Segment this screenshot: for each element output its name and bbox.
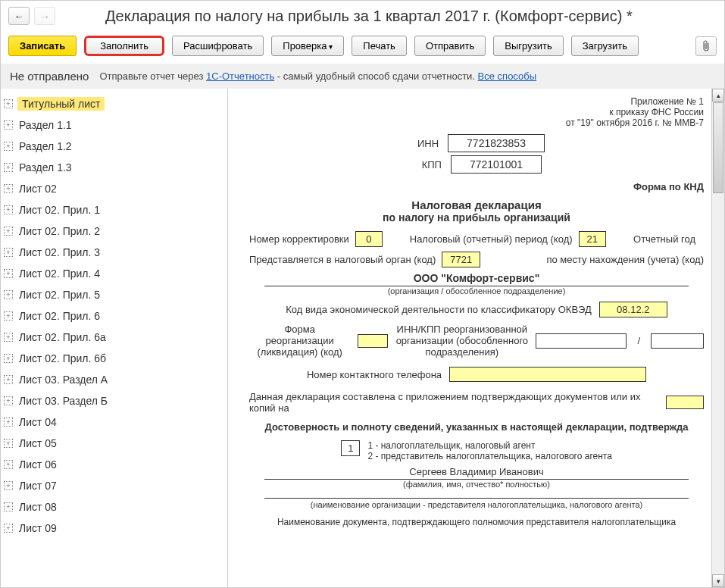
status-label: Не отправлено: [10, 70, 89, 83]
expand-icon[interactable]: +: [4, 524, 13, 533]
tree-item-label: Лист 04: [17, 415, 58, 429]
write-button[interactable]: Записать: [8, 36, 77, 56]
expand-icon[interactable]: +: [4, 184, 13, 193]
app-window: ← → Декларация по налогу на прибыль за 1…: [0, 0, 725, 588]
expand-icon[interactable]: +: [4, 418, 13, 427]
tree-item[interactable]: +Лист 02. Прил. 4: [1, 263, 227, 284]
tree-item-label: Лист 02. Прил. 6б: [17, 352, 108, 365]
inn-row: ИНН 7721823853: [249, 134, 704, 152]
expand-icon[interactable]: +: [4, 460, 13, 469]
tree-item-label: Лист 06: [17, 458, 58, 471]
okved-row: Код вида экономической деятельности по к…: [249, 302, 704, 317]
tree-item[interactable]: +Раздел 1.3: [1, 157, 227, 178]
expand-icon[interactable]: +: [4, 439, 13, 448]
tree-item[interactable]: +Лист 03. Раздел Б: [1, 390, 227, 411]
expand-icon[interactable]: +: [4, 99, 13, 108]
expand-icon[interactable]: +: [4, 142, 13, 151]
tree-item-label: Лист 02. Прил. 4: [17, 267, 102, 280]
tree-item[interactable]: +Лист 02. Прил. 5: [1, 284, 227, 305]
expand-icon[interactable]: +: [4, 502, 13, 511]
header-right: Приложение № 1 к приказу ФНС России от "…: [249, 96, 704, 128]
fill-button[interactable]: Заполнить: [84, 36, 164, 56]
tree-item-label: Лист 02. Прил. 3: [17, 246, 102, 259]
expand-icon[interactable]: +: [4, 333, 13, 342]
decode-button[interactable]: Расшифровать: [172, 36, 264, 56]
expand-icon[interactable]: +: [4, 354, 13, 363]
page-title: Декларация по налогу на прибыль за 1 ква…: [105, 8, 633, 25]
toolbar: Записать Заполнить Расшифровать Проверка…: [1, 31, 724, 64]
docs-row: Данная декларация составлена с приложени…: [249, 391, 704, 414]
tree-item-label: Лист 02: [17, 182, 58, 195]
expand-icon[interactable]: +: [4, 290, 13, 299]
tree-item[interactable]: +Лист 02: [1, 178, 227, 199]
expand-icon[interactable]: +: [4, 248, 13, 257]
docs-count-field[interactable]: [666, 396, 704, 409]
print-button[interactable]: Печать: [352, 36, 407, 56]
reorg-code-field[interactable]: [358, 334, 388, 348]
back-button[interactable]: ←: [8, 7, 30, 25]
content: Приложение № 1 к приказу ФНС России от "…: [228, 89, 711, 587]
status-hint: Отправьте отчет через 1С-Отчетность - са…: [99, 70, 536, 82]
phone-field[interactable]: [449, 367, 646, 382]
expand-icon[interactable]: +: [4, 269, 13, 278]
tree-item-label: Лист 07: [17, 479, 58, 493]
tree-item-label: Раздел 1.3: [17, 161, 73, 174]
tree-item[interactable]: +Лист 07: [1, 475, 227, 496]
tree-item[interactable]: +Лист 02. Прил. 6: [1, 305, 227, 327]
period-field[interactable]: 21: [579, 231, 606, 247]
forward-button[interactable]: →: [34, 7, 55, 25]
organ-field[interactable]: 7721: [442, 252, 480, 267]
scroll-up-button[interactable]: ▴: [712, 89, 724, 102]
corr-row: Номер корректировки 0 Налоговый (отчетны…: [249, 231, 704, 247]
tree-item[interactable]: +Лист 05: [1, 433, 227, 454]
tree-item-label: Лист 02. Прил. 6: [17, 309, 102, 323]
expand-icon[interactable]: +: [4, 481, 13, 490]
expand-icon[interactable]: +: [4, 227, 13, 236]
tree-item[interactable]: +Раздел 1.2: [1, 136, 227, 157]
corr-field[interactable]: 0: [355, 231, 383, 247]
tree-item-label: Лист 09: [17, 521, 58, 535]
tree-item[interactable]: +Раздел 1.1: [1, 114, 227, 136]
reorg-kpp-field[interactable]: [651, 333, 704, 349]
okved-field[interactable]: 08.12.2: [599, 302, 667, 317]
expand-icon[interactable]: +: [4, 120, 13, 130]
reorg-inn-field[interactable]: [536, 333, 627, 349]
reorg-row: Форма реорганизации (ликвидация) (код) И…: [249, 324, 704, 358]
link-all[interactable]: Все способы: [478, 70, 536, 82]
export-button[interactable]: Выгрузить: [493, 36, 563, 56]
signer-code-field[interactable]: 1: [341, 440, 360, 456]
link-1c[interactable]: 1С-Отчетность: [206, 70, 274, 82]
scroll-thumb[interactable]: [713, 102, 723, 193]
expand-icon[interactable]: +: [4, 163, 13, 172]
sidebar[interactable]: +Титульный лист+Раздел 1.1+Раздел 1.2+Ра…: [1, 89, 228, 587]
tree-item[interactable]: +Лист 02. Прил. 2: [1, 220, 227, 242]
send-button[interactable]: Отправить: [414, 36, 486, 56]
phone-row: Номер контактного телефона: [249, 367, 704, 382]
tree-item[interactable]: +Титульный лист: [1, 93, 227, 114]
code-row: 1 1 - налогоплательщик, налоговый агент …: [249, 440, 704, 461]
scroll-down-button[interactable]: ▾: [712, 574, 724, 587]
tree-item[interactable]: +Лист 06: [1, 454, 227, 475]
tree-item[interactable]: +Лист 02. Прил. 3: [1, 242, 227, 263]
check-button[interactable]: Проверка: [271, 36, 344, 56]
import-button[interactable]: Загрузить: [571, 36, 639, 56]
expand-icon[interactable]: +: [4, 205, 13, 214]
content-scrollbar[interactable]: ▴ ▾: [711, 89, 724, 587]
tree-item[interactable]: +Лист 02. Прил. 1: [1, 199, 227, 220]
paperclip-icon: [701, 40, 711, 52]
tree-item[interactable]: +Лист 02. Прил. 6а: [1, 327, 227, 348]
expand-icon[interactable]: +: [4, 311, 13, 321]
expand-icon[interactable]: +: [4, 396, 13, 405]
tree-item[interactable]: +Лист 03. Раздел А: [1, 369, 227, 390]
status-bar: Не отправлено Отправьте отчет через 1С-О…: [1, 64, 724, 89]
tree-item-label: Лист 02. Прил. 6а: [17, 330, 108, 344]
expand-icon[interactable]: +: [4, 375, 13, 384]
tree-item-label: Титульный лист: [17, 97, 105, 111]
tree-item[interactable]: +Лист 09: [1, 518, 227, 539]
tree-item[interactable]: +Лист 04: [1, 411, 227, 433]
tree-item[interactable]: +Лист 08: [1, 496, 227, 518]
tree-item[interactable]: +Лист 02. Прил. 6б: [1, 348, 227, 369]
attach-button[interactable]: [695, 36, 717, 56]
inn-field[interactable]: 7721823853: [448, 134, 545, 152]
kpp-field[interactable]: 772101001: [451, 155, 542, 174]
